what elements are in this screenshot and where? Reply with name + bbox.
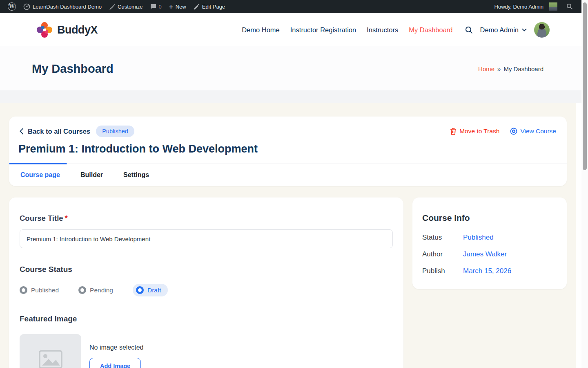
trash-icon [450,128,457,135]
tab-course-page[interactable]: Course page [20,171,60,179]
breadcrumb-current: My Dashboard [503,65,543,72]
admin-bar-new[interactable]: + New [165,0,190,13]
radio-icon [20,286,27,294]
tab-settings[interactable]: Settings [123,171,149,179]
info-publish-value[interactable]: March 15, 2026 [463,267,511,275]
site-header: BuddyX Demo Home Instructor Registration… [0,13,581,47]
breadcrumb-home-link[interactable]: Home [478,65,494,72]
view-target-icon [510,128,517,135]
nav-item-instructors[interactable]: Instructors [367,26,398,34]
breadcrumb-separator: » [497,65,501,72]
status-radio-pending-label: Pending [90,287,113,294]
admin-bar-customize[interactable]: Customize [105,0,146,13]
info-row-publish: Publish March 15, 2026 [422,267,557,275]
header-search-icon[interactable] [465,26,473,34]
add-image-button[interactable]: Add Image [89,358,141,368]
info-author-label: Author [422,250,463,258]
user-menu[interactable]: Demo Admin [480,26,527,34]
wordpress-w-icon: W [8,2,16,11]
plus-icon: + [169,3,173,10]
course-status-heading: Course Status [20,265,393,274]
admin-bar-avatar [549,2,557,11]
buddyx-logo-icon [36,21,53,38]
view-course-button[interactable]: View Course [510,128,556,135]
view-course-label: View Course [520,128,556,135]
nav-item-instructor-registration[interactable]: Instructor Registration [290,26,356,34]
page-title: My Dashboard [32,62,114,76]
featured-image-placeholder [20,334,81,368]
chevron-down-icon [522,28,527,31]
wp-admin-bar: W LearnDash Dashboard Demo Customize 0 [0,0,581,13]
course-info-card: Course Info Status Published Author Jame… [412,197,567,289]
course-heading: Premium 1: Introduction to Web Developme… [18,143,556,155]
course-form-card: Course Title* Course Status Published Pe… [9,197,403,368]
admin-bar-comments[interactable]: 0 [147,0,165,13]
info-author-value[interactable]: James Walker [463,250,507,258]
active-tab-indicator [9,163,67,164]
divider-band [0,90,581,103]
admin-bar-account[interactable]: Howdy, Demo Admin [491,0,563,13]
page: W LearnDash Dashboard Demo Customize 0 [0,0,581,368]
course-info-heading: Course Info [422,213,557,223]
info-row-status: Status Published [422,233,557,242]
status-radio-draft-label: Draft [147,287,161,294]
image-placeholder-icon [39,350,62,368]
chevron-left-icon [20,128,24,135]
paintbrush-icon [109,4,115,10]
course-status-options: Published Pending Draft [20,284,393,296]
info-publish-label: Publish [422,267,463,275]
user-menu-name: Demo Admin [480,26,519,34]
course-title-label-text: Course Title [20,214,63,222]
course-tabs: Course page Builder Settings [9,164,567,186]
breadcrumb: Home » My Dashboard [478,65,543,72]
admin-bar-customize-label: Customize [118,4,143,10]
admin-bar-edit-page[interactable]: Edit Page [190,0,229,13]
move-to-trash-label: Move to Trash [459,128,499,135]
required-asterisk: * [65,214,68,222]
admin-bar-new-label: New [176,4,186,10]
radio-icon-selected [136,286,144,294]
radio-icon [78,286,86,294]
pencil-icon [194,4,200,10]
course-header-card: Back to all Courses Published Move to Tr… [9,117,567,186]
admin-bar-site-name-label: LearnDash Dashboard Demo [33,4,102,10]
status-radio-pending[interactable]: Pending [78,286,113,294]
status-badge: Published [96,126,134,137]
wordpress-logo-icon[interactable]: W [4,0,20,13]
admin-bar-search[interactable] [563,0,577,13]
comment-bubble-icon [150,4,156,9]
admin-bar-site-name[interactable]: LearnDash Dashboard Demo [20,0,105,13]
search-icon [566,3,573,10]
info-status-label: Status [422,233,463,242]
no-image-text: No image selected [89,344,144,351]
tab-builder[interactable]: Builder [80,171,103,179]
status-radio-published[interactable]: Published [20,286,59,294]
info-status-value[interactable]: Published [463,233,494,242]
move-to-trash-button[interactable]: Move to Trash [450,128,499,135]
main-nav: Demo Home Instructor Registration Instru… [242,26,452,34]
site-dashboard-icon [23,3,30,10]
nav-item-my-dashboard[interactable]: My Dashboard [409,26,452,34]
scrollbar-thumb[interactable] [583,2,587,170]
site-logo-text: BuddyX [57,24,98,36]
nav-item-demo-home[interactable]: Demo Home [242,26,280,34]
back-to-courses-link[interactable]: Back to all Courses [20,128,90,135]
course-title-label: Course Title* [20,214,393,223]
page-banner: My Dashboard Home » My Dashboard [0,47,581,90]
admin-bar-edit-page-label: Edit Page [202,4,225,10]
course-title-input[interactable] [20,229,393,248]
featured-image-heading: Featured Image [20,314,393,323]
status-radio-published-label: Published [31,287,59,294]
user-avatar[interactable] [534,22,550,38]
info-row-author: Author James Walker [422,250,557,258]
status-radio-draft[interactable]: Draft [133,284,168,296]
back-to-courses-label: Back to all Courses [28,128,90,135]
admin-bar-comments-count: 0 [159,4,162,10]
site-logo[interactable]: BuddyX [36,21,98,38]
page-scrollbar[interactable] [581,0,588,368]
admin-bar-howdy-label: Howdy, Demo Admin [494,4,543,10]
main-section: Back to all Courses Published Move to Tr… [0,103,576,368]
